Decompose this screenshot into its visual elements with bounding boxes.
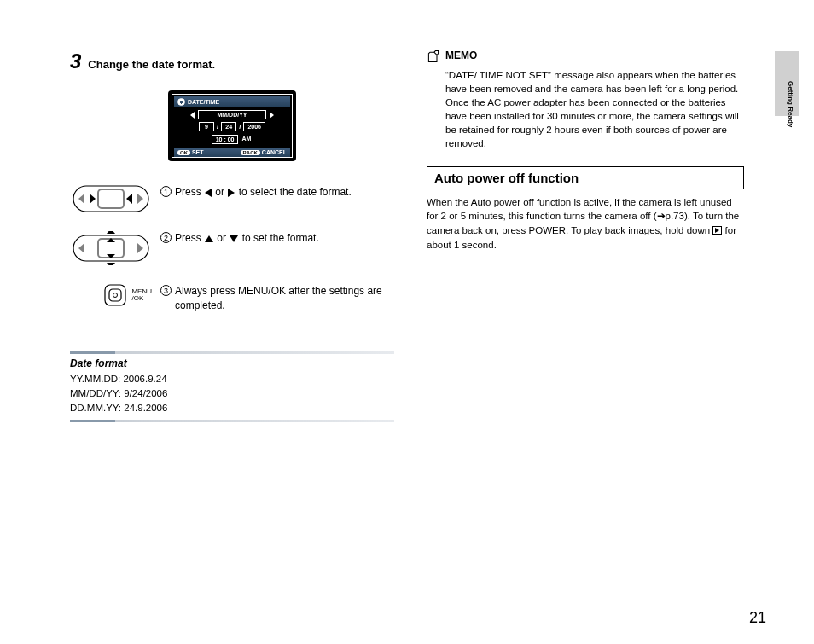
right-column: MEMO “DATE/ TIME NOT SET” message also a…: [427, 49, 744, 426]
lcd-time: 10 : 00: [212, 135, 239, 144]
dpad-vertical-icon: [70, 231, 152, 265]
memo-icon: [427, 49, 440, 63]
svg-marker-8: [78, 243, 84, 253]
section-body: When the Auto power off function is acti…: [427, 195, 744, 252]
svg-marker-9: [137, 243, 143, 253]
lcd-year: 2006: [243, 122, 265, 131]
memo-body: “DATE/ TIME NOT SET” message also appear…: [445, 68, 744, 151]
svg-marker-10: [107, 231, 115, 234]
step-number: 3: [70, 49, 81, 73]
section-heading: Auto power off function: [427, 166, 744, 189]
section-running-head: Getting Ready: [787, 81, 794, 127]
play-icon: [712, 226, 722, 235]
down-triangle-icon: [230, 235, 238, 242]
date-format-title: Date format: [70, 357, 394, 369]
step-marker-1: 1: [160, 186, 172, 197]
lcd-ampm: AM: [240, 135, 253, 144]
step-marker-3: 3: [160, 285, 172, 296]
date-format-line: DD.MM.YY: 24.9.2006: [70, 401, 394, 415]
memo-heading: MEMO: [427, 49, 744, 63]
svg-rect-1: [98, 189, 124, 208]
ok-pill: OK: [177, 150, 190, 155]
svg-marker-5: [137, 194, 143, 204]
page-number: 21: [749, 609, 766, 627]
date-format-line: MM/DD/YY: 9/24/2006: [70, 386, 394, 401]
lcd-title: DATE/TIME: [174, 96, 290, 107]
ok-label: SET: [192, 149, 204, 155]
instruction-row-1: 1 Press or to select the date format.: [70, 185, 394, 212]
svg-point-16: [113, 293, 118, 298]
svg-rect-15: [109, 289, 121, 301]
step-title: Change the date format.: [88, 58, 215, 71]
ok-button-label: MENU /OK: [131, 288, 152, 302]
ok-button-icon: MENU /OK: [70, 284, 152, 306]
step-heading: 3 Change the date format.: [70, 49, 394, 73]
right-arrow-icon: [270, 112, 274, 119]
svg-marker-11: [107, 263, 115, 265]
up-triangle-icon: [205, 235, 213, 242]
svg-marker-3: [90, 194, 96, 204]
left-arrow-icon: [190, 112, 195, 119]
lcd-month: 9: [199, 122, 214, 131]
lcd-format-box: MM/DD/YY: [198, 110, 266, 119]
dpad-horizontal-icon: [70, 185, 152, 212]
lcd-screen: DATE/TIME MM/DD/YY 9 / 24 / 2006 10: [168, 90, 296, 161]
lcd-day: 24: [221, 122, 236, 131]
left-triangle-icon: [205, 189, 212, 197]
svg-rect-14: [105, 285, 125, 305]
left-column: 3 Change the date format. DATE/TIME MM/D…: [70, 49, 394, 426]
date-format-box: Date format YY.MM.DD: 2006.9.24 MM/DD/YY…: [70, 351, 394, 422]
instruction-row-2: 2 Press or to set the format.: [70, 231, 394, 265]
right-triangle-icon: [228, 189, 235, 197]
instruction-row-3: MENU /OK 3 Always press MENU/OK after th…: [70, 284, 394, 314]
date-format-line: YY.MM.DD: 2006.9.24: [70, 372, 394, 386]
step-marker-2: 2: [160, 232, 172, 243]
back-label: CANCEL: [262, 149, 287, 155]
back-pill: BACK: [241, 150, 260, 155]
svg-marker-4: [126, 194, 132, 204]
svg-marker-2: [78, 194, 84, 204]
